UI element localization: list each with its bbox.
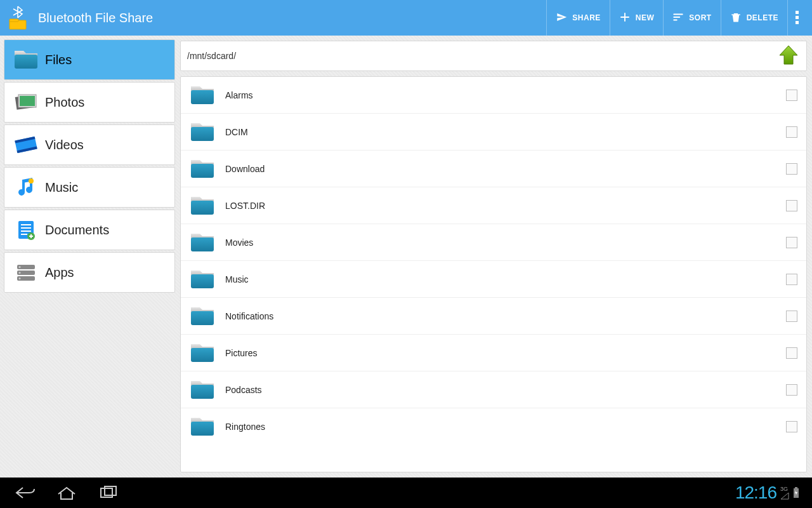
svg-rect-1 [10, 19, 18, 22]
svg-rect-5 [15, 55, 37, 69]
sidebar-item-label: Files [45, 53, 72, 67]
list-item[interactable]: Music [181, 261, 806, 298]
list-item[interactable]: Download [181, 150, 806, 187]
list-item[interactable]: Podcasts [181, 371, 806, 408]
svg-rect-27 [191, 311, 214, 325]
svg-rect-24 [191, 201, 214, 215]
select-checkbox[interactable] [786, 347, 797, 359]
delete-button[interactable]: DELETE [721, 0, 787, 36]
folder-icon [190, 83, 215, 108]
sort-label: SORT [689, 13, 711, 22]
folder-name: Music [225, 274, 786, 284]
back-button[interactable] [13, 484, 37, 502]
arrow-up-icon [777, 44, 800, 67]
svg-rect-2 [796, 11, 799, 14]
folder-name: Podcasts [225, 385, 786, 395]
folder-icon [190, 267, 215, 292]
file-list[interactable]: AlarmsDCIMDownloadLOST.DIRMoviesMusicNot… [180, 76, 807, 472]
list-item[interactable]: Alarms [181, 77, 806, 114]
list-item[interactable]: Movies [181, 224, 806, 261]
sort-button[interactable]: SORT [663, 0, 720, 36]
svg-rect-34 [795, 487, 797, 488]
share-button[interactable]: SHARE [546, 0, 610, 36]
svg-rect-30 [191, 422, 214, 436]
sidebar-item-videos[interactable]: Videos [4, 124, 175, 165]
sidebar-item-files[interactable]: Files [4, 39, 175, 80]
svg-rect-23 [191, 164, 214, 178]
folder-name: Pictures [225, 348, 786, 358]
svg-rect-29 [191, 385, 214, 399]
folder-name: Download [225, 164, 786, 174]
sidebar: Files Photos Videos Music Documents [0, 36, 179, 478]
sidebar-item-label: Music [45, 180, 78, 195]
folder-name: Movies [225, 237, 786, 248]
svg-rect-25 [191, 237, 214, 251]
select-checkbox[interactable] [786, 384, 797, 396]
sidebar-item-label: Apps [45, 265, 74, 280]
new-label: NEW [636, 13, 655, 22]
select-checkbox[interactable] [786, 90, 797, 101]
list-item[interactable]: Ringtones [181, 408, 806, 445]
svg-point-12 [29, 178, 34, 184]
clock: 12:16 [735, 483, 776, 503]
folder-icon [190, 119, 215, 145]
folder-icon [190, 377, 215, 403]
content-panel: /mnt/sdcard/ AlarmsDCIMDownloadLOST.DIRM… [179, 36, 812, 478]
folder-icon [190, 193, 215, 218]
system-nav-bar: 12:16 3G [0, 478, 812, 508]
list-item[interactable]: LOST.DIR [181, 187, 806, 224]
select-checkbox[interactable] [786, 126, 797, 138]
select-checkbox[interactable] [786, 421, 797, 432]
folder-name: DCIM [225, 127, 786, 137]
folder-name: Alarms [225, 90, 786, 100]
action-bar: Bluetooth File Share SHARE NEW SORT DELE… [0, 0, 812, 36]
app-title: Bluetooth File Share [38, 11, 546, 25]
path-bar: /mnt/sdcard/ [180, 41, 807, 71]
select-checkbox[interactable] [786, 311, 797, 322]
folder-icon [190, 156, 215, 182]
svg-rect-21 [191, 90, 214, 104]
sidebar-item-photos[interactable]: Photos [4, 82, 175, 123]
select-checkbox[interactable] [786, 274, 797, 285]
folder-icon [190, 230, 215, 255]
svg-rect-8 [20, 96, 35, 106]
recents-button[interactable] [96, 484, 121, 502]
folder-icon [190, 414, 215, 439]
list-item[interactable]: DCIM [181, 114, 806, 150]
folder-icon [190, 304, 215, 329]
up-button[interactable] [777, 44, 800, 69]
apps-icon [13, 260, 39, 285]
svg-point-19 [19, 272, 21, 274]
svg-rect-26 [191, 274, 214, 288]
select-checkbox[interactable] [786, 200, 797, 211]
share-icon [556, 11, 567, 25]
sidebar-item-label: Photos [45, 95, 84, 110]
photos-icon [13, 90, 39, 115]
folder-name: Ringtones [225, 422, 786, 432]
list-item[interactable]: Notifications [181, 298, 806, 335]
sidebar-item-documents[interactable]: Documents [4, 210, 175, 250]
select-checkbox[interactable] [786, 237, 797, 248]
status-area[interactable]: 12:16 3G [735, 483, 799, 503]
trash-icon [730, 11, 742, 25]
battery-icon [793, 487, 799, 498]
home-icon [56, 485, 77, 500]
sort-icon [672, 11, 684, 25]
home-button[interactable] [55, 484, 79, 502]
folder-name: LOST.DIR [225, 201, 786, 211]
svg-point-20 [19, 277, 21, 279]
documents-icon [13, 217, 39, 243]
main-body: Files Photos Videos Music Documents [0, 36, 812, 478]
svg-rect-4 [796, 21, 799, 24]
app-icon [5, 5, 30, 30]
svg-point-18 [19, 266, 21, 268]
sidebar-item-music[interactable]: Music [4, 167, 175, 208]
share-label: SHARE [572, 13, 601, 22]
current-path: /mnt/sdcard/ [187, 51, 236, 61]
select-checkbox[interactable] [786, 163, 797, 175]
new-button[interactable]: NEW [610, 0, 664, 36]
list-item[interactable]: Pictures [181, 335, 806, 371]
sidebar-item-apps[interactable]: Apps [4, 252, 175, 293]
recents-icon [98, 485, 119, 500]
overflow-menu-button[interactable] [787, 0, 807, 36]
